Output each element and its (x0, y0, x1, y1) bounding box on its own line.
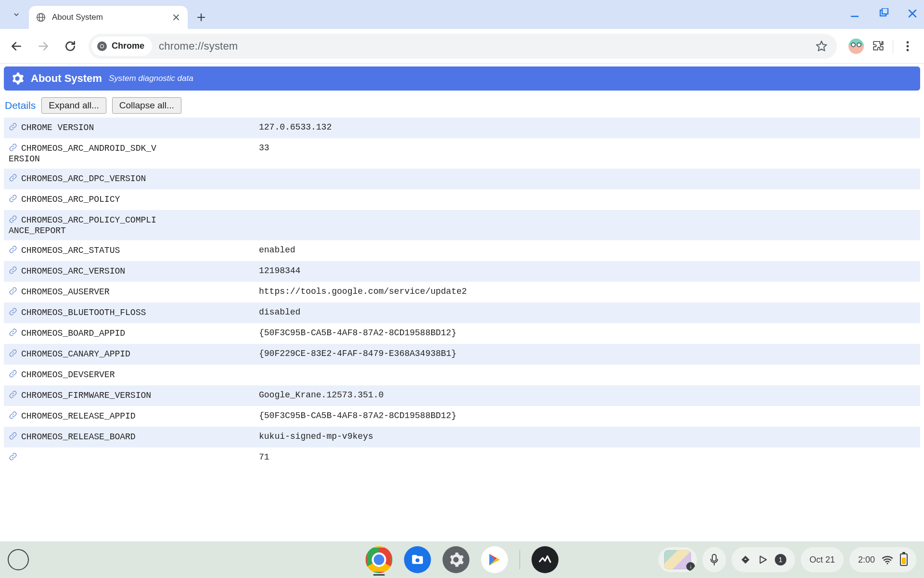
row-action (163, 169, 254, 189)
table-row: CHROMEOS_BOARD_APPID{50F3C95B-CA5B-4AF8-… (4, 323, 920, 344)
anchor-link-icon[interactable] (9, 194, 17, 205)
row-action (163, 323, 254, 344)
reload-button[interactable] (59, 35, 82, 58)
browser-tab[interactable]: About System (29, 6, 188, 29)
svg-point-11 (907, 49, 909, 51)
app-settings[interactable] (443, 546, 470, 573)
svg-point-9 (907, 41, 909, 43)
row-value: {50F3C95B-CA5B-4AF8-87A2-8CD19588BD12} (254, 323, 920, 344)
table-row: CHROMEOS_AUSERVERhttps://tools.google.co… (4, 282, 920, 302)
anchor-link-icon[interactable] (9, 411, 17, 422)
svg-rect-13 (712, 554, 716, 561)
notifications-button[interactable]: 1 (732, 547, 795, 572)
play-outline-icon (757, 554, 768, 565)
gear-icon (448, 552, 464, 568)
anchor-link-icon[interactable] (9, 266, 17, 277)
arrow-left-icon (10, 40, 23, 53)
site-chip[interactable]: Chrome (91, 37, 152, 56)
row-action (163, 365, 254, 385)
page-banner: About System System diagnostic data (4, 66, 920, 91)
chrome-icon (96, 40, 108, 52)
minimize-icon (849, 8, 860, 19)
row-action (163, 282, 254, 302)
app-play-store[interactable] (481, 546, 508, 573)
close-tab-button[interactable] (171, 13, 181, 22)
app-pinned[interactable] (532, 546, 559, 573)
row-key-text: CHROMEOS_RELEASE_BOARD (21, 432, 136, 442)
row-value (254, 169, 920, 189)
row-value: {50F3C95B-CA5B-4AF8-87A2-8CD19588BD12} (254, 406, 920, 427)
anchor-link-icon[interactable] (9, 287, 17, 298)
anchor-link-icon[interactable] (9, 245, 17, 256)
calendar-button[interactable]: Oct 21 (801, 547, 844, 572)
activity-icon (538, 552, 552, 567)
banner-subtitle: System diagnostic data (109, 74, 193, 83)
row-key: CHROMEOS_BOARD_APPID (4, 323, 163, 344)
anchor-link-icon[interactable] (9, 452, 17, 463)
anchor-link-icon[interactable] (9, 307, 17, 318)
profile-avatar-button[interactable] (848, 39, 864, 54)
anchor-link-icon[interactable] (9, 369, 17, 381)
anchor-link-icon[interactable] (9, 390, 17, 401)
row-key: CHROMEOS_ARC_POLICY (4, 189, 163, 210)
row-key-text: CHROMEOS_ARC_POLICY (21, 195, 120, 204)
table-row: CHROMEOS_BLUETOOTH_FLOSSdisabled (4, 302, 920, 323)
holding-space-button[interactable]: ↓ (658, 547, 697, 572)
toolbar-divider (893, 39, 893, 53)
row-key: CHROMEOS_AUSERVER (4, 282, 163, 302)
close-window-button[interactable] (904, 5, 921, 22)
globe-icon (36, 12, 46, 23)
app-chrome[interactable] (366, 546, 393, 573)
anchor-link-icon[interactable] (9, 432, 17, 443)
maximize-button[interactable] (875, 5, 892, 22)
table-row: CHROME VERSION127.0.6533.132 (4, 118, 920, 138)
row-key: CHROME VERSION (4, 118, 163, 138)
row-key-text: CHROMEOS_FIRMWARE_VERSION (21, 391, 151, 400)
back-button[interactable] (5, 35, 28, 58)
url-text: chrome://system (159, 40, 238, 53)
row-value: 127.0.6533.132 (254, 118, 920, 138)
banner-title: About System (31, 72, 102, 85)
quick-settings-button[interactable]: 2:00 (849, 547, 916, 572)
extensions-button[interactable] (872, 39, 885, 53)
row-key: CHROMEOS_RELEASE_BOARD (4, 427, 163, 447)
row-value: disabled (254, 302, 920, 323)
battery-icon (900, 553, 908, 566)
row-value: {90F229CE-83E2-4FAF-8479-E368A34938B1} (254, 344, 920, 365)
anchor-link-icon[interactable] (9, 349, 17, 360)
row-key: CHROMEOS_RELEASE_APPID (4, 406, 163, 427)
row-key: CHROMEOS_ARC_DPC_VERSION (4, 169, 163, 189)
forward-button[interactable] (32, 35, 55, 58)
anchor-link-icon[interactable] (9, 328, 17, 339)
tab-search-button[interactable] (6, 4, 27, 25)
collapse-all-button[interactable]: Collapse all... (112, 97, 181, 114)
row-value: 12198344 (254, 261, 920, 282)
launcher-button[interactable] (8, 549, 29, 570)
anchor-link-icon[interactable] (9, 122, 17, 133)
new-tab-button[interactable] (191, 7, 212, 28)
plus-icon (196, 13, 206, 22)
row-value: 33 (254, 138, 920, 169)
table-row: CHROMEOS_DEVSERVER (4, 365, 920, 385)
row-key-text: CHROMEOS_ARC_VERSION (21, 266, 125, 276)
play-icon (487, 552, 502, 567)
row-action (163, 406, 254, 427)
row-key-text: CHROMEOS_AUSERVER (21, 287, 110, 297)
anchor-link-icon[interactable] (9, 215, 17, 226)
chrome-menu-button[interactable] (901, 39, 914, 53)
row-key-text: CHROMEOS_RELEASE_APPID (21, 411, 136, 421)
anchor-link-icon[interactable] (9, 143, 17, 154)
page-viewport[interactable]: About System System diagnostic data Deta… (0, 64, 924, 541)
bookmark-star-button[interactable] (815, 39, 828, 53)
anchor-link-icon[interactable] (9, 173, 17, 184)
tab-title: About System (52, 13, 171, 22)
controls-row: Details Expand all... Collapse all... (4, 91, 920, 118)
dictation-button[interactable] (703, 547, 726, 572)
expand-all-button[interactable]: Expand all... (41, 97, 106, 114)
minimize-button[interactable] (846, 5, 863, 22)
row-action (163, 138, 254, 169)
table-row: CHROMEOS_FIRMWARE_VERSIONGoogle_Krane.12… (4, 385, 920, 406)
omnibox[interactable]: Chrome chrome://system (89, 34, 837, 59)
app-files[interactable] (404, 546, 431, 573)
row-key: CHROMEOS_ARC_ANDROID_SDK_VERSION (4, 138, 163, 169)
